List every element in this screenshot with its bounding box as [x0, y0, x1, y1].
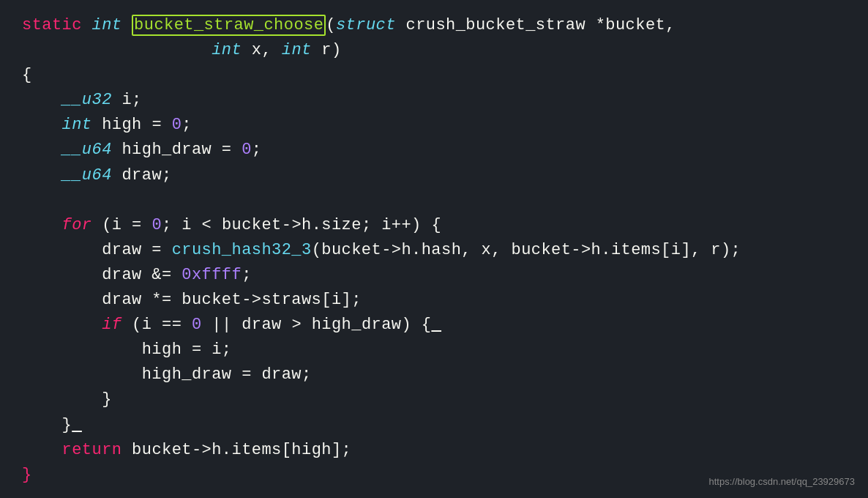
- code-line-15: high_draw = draw;: [22, 363, 846, 387]
- code-line-7: __u64 draw;: [22, 163, 846, 188]
- code-line-17: }: [22, 413, 846, 438]
- code-block: static int bucket_straw_choose(struct cr…: [0, 0, 868, 498]
- code-line-13: if (i == 0 || draw > high_draw) {: [22, 313, 846, 338]
- code-line-6: __u64 high_draw = 0;: [22, 138, 846, 163]
- code-line-10: draw = crush_hash32_3(bucket->h.hash, x,…: [22, 238, 846, 263]
- code-line-4: __u32 i;: [22, 88, 846, 113]
- code-line-9: for (i = 0; i < bucket->h.size; i++) {: [22, 213, 846, 238]
- code-line-2: int x, int r): [22, 38, 846, 63]
- code-line-5: int high = 0;: [22, 113, 846, 138]
- code-line-14: high = i;: [22, 338, 846, 363]
- code-line-18: return bucket->h.items[high];: [22, 438, 846, 463]
- code-line-3: {: [22, 63, 846, 88]
- code-line-8: [22, 188, 846, 213]
- code-line-12: draw *= bucket->straws[i];: [22, 288, 846, 313]
- watermark-text: https://blog.csdn.net/qq_23929673: [709, 475, 856, 489]
- code-line-11: draw &= 0xffff;: [22, 263, 846, 288]
- code-line-16: }: [22, 387, 846, 412]
- code-line-1: static int bucket_straw_choose(struct cr…: [22, 13, 846, 38]
